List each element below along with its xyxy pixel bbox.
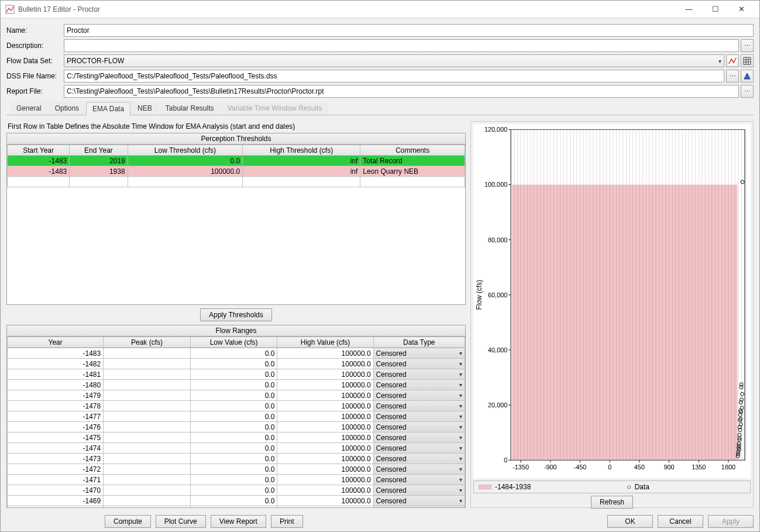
table-row[interactable]: -14820.0100000.0Censored▾ — [8, 359, 465, 369]
bottom-button-bar: Compute Plot Curve View Report Print OK … — [1, 512, 759, 531]
chevron-down-icon: ▾ — [459, 350, 462, 356]
chevron-down-icon: ▾ — [459, 413, 462, 420]
column-header: Start Year — [8, 145, 70, 156]
chevron-down-icon: ▾ — [459, 361, 462, 367]
table-row[interactable]: -14720.0100000.0Censored▾ — [8, 464, 465, 475]
table-row[interactable]: -14680.0100000.0Censored▾ — [8, 506, 465, 508]
dss-chart-icon[interactable] — [741, 70, 754, 83]
apply-thresholds-button[interactable]: Apply Thresholds — [200, 308, 272, 321]
table-row[interactable]: -14750.0100000.0Censored▾ — [8, 433, 465, 443]
name-input[interactable] — [64, 24, 754, 37]
minimize-button[interactable]: — — [676, 1, 702, 18]
data-type-select[interactable]: Censored▾ — [374, 411, 465, 421]
print-button[interactable]: Print — [271, 515, 303, 528]
table-row[interactable]: -14831938100000.0infLeon Quarry NEB — [8, 166, 465, 177]
description-input[interactable] — [64, 39, 739, 52]
svg-text:60,000: 60,000 — [488, 291, 507, 298]
chart-legend: -1484-1938 ○ Data — [473, 480, 751, 493]
report-browse-button[interactable]: ⋯ — [741, 85, 754, 98]
close-button[interactable]: ✕ — [728, 1, 755, 18]
app-icon — [5, 5, 15, 14]
perception-thresholds-table-wrap: Perception Thresholds Start YearEnd Year… — [6, 133, 466, 305]
tab-general[interactable]: General — [10, 101, 48, 115]
ema-note: First Row in Table Defines the Absolute … — [6, 121, 466, 133]
table-row[interactable]: -14790.0100000.0Censored▾ — [8, 390, 465, 401]
flow-chart-icon-1[interactable] — [726, 54, 739, 67]
name-label: Name: — [6, 26, 64, 35]
maximize-button[interactable]: ☐ — [702, 1, 728, 18]
svg-text:0: 0 — [608, 464, 611, 471]
legend-data-marker: ○ — [627, 483, 631, 491]
refresh-button[interactable]: Refresh — [591, 496, 633, 509]
data-type-select[interactable]: Censored▾ — [374, 454, 465, 464]
data-type-select[interactable]: Censored▾ — [374, 369, 465, 379]
data-type-select[interactable]: Censored▾ — [374, 464, 465, 474]
tab-options[interactable]: Options — [49, 101, 85, 115]
table-row[interactable]: -14760.0100000.0Censored▾ — [8, 422, 465, 433]
table-row[interactable]: -14810.0100000.0Censored▾ — [8, 369, 465, 380]
data-type-select[interactable]: Censored▾ — [374, 401, 465, 411]
flow-data-set-value: PROCTOR-FLOW — [67, 57, 124, 65]
chevron-down-icon: ▾ — [459, 466, 462, 472]
data-type-select[interactable]: Censored▾ — [374, 348, 465, 358]
table-row[interactable]: -14780.0100000.0Censored▾ — [8, 401, 465, 411]
report-file-input[interactable] — [64, 85, 739, 98]
svg-text:80,000: 80,000 — [488, 236, 507, 243]
dss-browse-button[interactable]: ⋯ — [726, 70, 739, 83]
data-type-select[interactable]: Censored▾ — [374, 443, 465, 453]
table-row[interactable]: -14690.0100000.0Censored▾ — [8, 496, 465, 506]
flow-ranges-title: Flow Ranges — [7, 325, 465, 337]
svg-text:-450: -450 — [574, 464, 587, 471]
data-type-select[interactable]: Censored▾ — [374, 496, 465, 506]
perception-thresholds-title: Perception Thresholds — [7, 133, 465, 145]
table-row[interactable]: -14830.0100000.0Censored▾ — [8, 348, 465, 359]
svg-text:900: 900 — [664, 464, 675, 471]
table-row[interactable]: -148320190.0infTotal Record — [8, 156, 465, 166]
table-row[interactable] — [8, 177, 465, 187]
tab-neb[interactable]: NEB — [131, 101, 159, 115]
legend-data-label: Data — [635, 483, 649, 491]
report-file-label: Report File: — [6, 87, 64, 95]
svg-text:40,000: 40,000 — [488, 346, 507, 353]
svg-text:-1350: -1350 — [513, 464, 529, 471]
data-type-select[interactable]: Censored▾ — [374, 475, 465, 485]
data-type-select[interactable]: Censored▾ — [374, 506, 465, 507]
compute-button[interactable]: Compute — [105, 515, 151, 528]
flow-chart: 020,00040,00060,00080,000100,000120,000-… — [473, 124, 751, 478]
tab-ema-data[interactable]: EMA Data — [86, 102, 130, 115]
tab-tabular-results[interactable]: Tabular Results — [159, 101, 221, 115]
data-type-select[interactable]: Censored▾ — [374, 485, 465, 495]
perception-thresholds-table[interactable]: Start YearEnd YearLow Threshold (cfs)Hig… — [7, 145, 465, 187]
description-browse-button[interactable]: ⋯ — [741, 39, 754, 52]
view-report-button[interactable]: View Report — [211, 515, 266, 528]
cancel-button[interactable]: Cancel — [658, 515, 703, 528]
table-row[interactable]: -14700.0100000.0Censored▾ — [8, 485, 465, 496]
svg-marker-7 — [744, 73, 750, 79]
flow-table-icon[interactable] — [741, 54, 754, 67]
flow-ranges-table-wrap: Flow Ranges YearPeak (cfs)Low Value (cfs… — [6, 325, 466, 508]
data-type-select[interactable]: Censored▾ — [374, 380, 465, 390]
data-type-select[interactable]: Censored▾ — [374, 422, 465, 432]
window-title: Bulletin 17 Editor - Proctor — [18, 5, 676, 13]
title-bar: Bulletin 17 Editor - Proctor — ☐ ✕ — [1, 1, 759, 18]
table-row[interactable]: -14800.0100000.0Censored▾ — [8, 380, 465, 390]
apply-button[interactable]: Apply — [708, 515, 754, 528]
plot-curve-button[interactable]: Plot Curve — [156, 515, 206, 528]
dss-file-input[interactable] — [64, 70, 724, 83]
table-row[interactable]: -14770.0100000.0Censored▾ — [8, 411, 465, 422]
data-type-select[interactable]: Censored▾ — [374, 390, 465, 400]
column-header: Comments — [360, 145, 465, 156]
legend-shade-swatch — [479, 485, 491, 489]
table-row[interactable]: -14730.0100000.0Censored▾ — [8, 454, 465, 464]
flow-ranges-table[interactable]: -14830.0100000.0Censored▾-14820.0100000.… — [7, 348, 465, 507]
table-row[interactable]: -14710.0100000.0Censored▾ — [8, 475, 465, 485]
chevron-down-icon: ▾ — [459, 455, 462, 462]
svg-text:-900: -900 — [544, 464, 557, 471]
data-type-select[interactable]: Censored▾ — [374, 359, 465, 369]
svg-text:0: 0 — [504, 457, 507, 464]
table-row[interactable]: -14740.0100000.0Censored▾ — [8, 443, 465, 454]
flow-data-set-select[interactable]: PROCTOR-FLOW ▾ — [64, 54, 724, 67]
ok-button[interactable]: OK — [607, 515, 653, 528]
data-type-select[interactable]: Censored▾ — [374, 433, 465, 442]
svg-rect-9 — [512, 185, 737, 461]
